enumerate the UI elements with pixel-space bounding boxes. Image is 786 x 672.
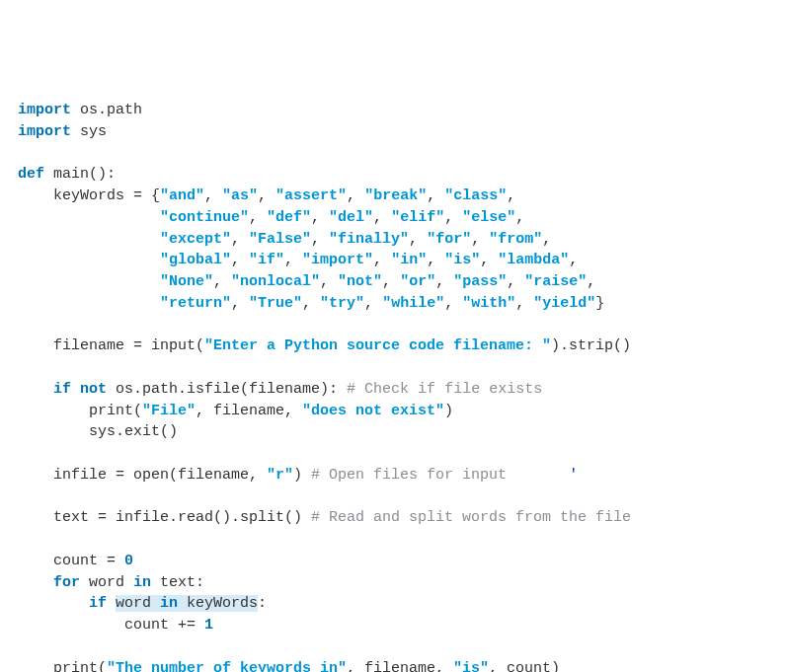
string: "from" <box>489 231 542 248</box>
string: "True" <box>249 295 302 312</box>
string: "import" <box>302 252 373 268</box>
code-line: if word in keyWords: <box>18 595 267 612</box>
code-line: import sys <box>18 123 107 140</box>
comment: # Read and split words from the file <box>311 509 631 526</box>
string: "else" <box>462 209 515 226</box>
string: "class" <box>444 187 507 204</box>
string: "Enter a Python source code filename: " <box>204 337 551 354</box>
string: "if" <box>249 252 284 268</box>
cursor-mark: ' <box>569 467 578 484</box>
string: "continue" <box>160 209 249 226</box>
string: "None" <box>160 273 213 290</box>
keyword: if <box>53 381 71 398</box>
code-line: def main(): <box>18 166 116 183</box>
keyword: for <box>53 574 80 591</box>
code-line: "except", "False", "finally", "for", "fr… <box>18 231 551 248</box>
string: "def" <box>267 209 311 226</box>
keyword: in <box>133 574 151 591</box>
keyword: not <box>80 381 107 398</box>
string: "raise" <box>524 273 587 290</box>
code-line: "return", "True", "try", "while", "with"… <box>18 295 604 312</box>
string: "The number of keywords in" <box>107 660 347 673</box>
string: "File" <box>142 403 196 419</box>
code-text: keyWords = { <box>18 187 160 204</box>
code-block: import os.path import sys def main(): ke… <box>18 100 768 672</box>
code-text: main(): <box>44 166 116 183</box>
code-line: "None", "nonlocal", "not", "or", "pass",… <box>18 273 595 290</box>
code-line: "continue", "def", "del", "elif", "else"… <box>18 209 524 226</box>
code-line: keyWords = {"and", "as", "assert", "brea… <box>18 187 515 204</box>
comment: # Check if file exists <box>347 381 542 398</box>
string: "and" <box>160 187 204 204</box>
keyword: if <box>89 595 107 612</box>
number: 1 <box>204 617 213 634</box>
code-line: text = infile.read().split() # Read and … <box>18 509 631 526</box>
string: "not" <box>338 273 382 290</box>
string: "lambda" <box>498 252 569 268</box>
code-text: os.path <box>71 102 142 118</box>
string: "nonlocal" <box>231 273 320 290</box>
string: "with" <box>462 295 515 312</box>
string: "break" <box>364 187 427 204</box>
comment: # Open files for input <box>311 467 507 484</box>
code-line: sys.exit() <box>18 423 178 440</box>
code-line: for word in text: <box>18 574 204 591</box>
string: "del" <box>329 209 373 226</box>
string: "try" <box>320 295 364 312</box>
code-text: sys <box>71 123 107 140</box>
code-line: print("The number of keywords in", filen… <box>18 660 560 673</box>
code-line: print("File", filename, "does not exist"… <box>18 403 453 419</box>
string: "assert" <box>275 187 347 204</box>
string: "while" <box>382 295 444 312</box>
code-line: import os.path <box>18 102 142 118</box>
keyword: import <box>18 102 71 118</box>
keyword: def <box>18 166 44 183</box>
selection: keyWords <box>178 595 258 612</box>
code-line: if not os.path.isfile(filename): # Check… <box>18 381 542 398</box>
string: "global" <box>160 252 231 268</box>
string: "pass" <box>453 273 507 290</box>
string: "as" <box>222 187 258 204</box>
code-line: "global", "if", "import", "in", "is", "l… <box>18 252 578 268</box>
string: "does not exist" <box>302 403 444 419</box>
code-line: count += 1 <box>18 617 213 634</box>
string: "for" <box>427 231 471 248</box>
selection: word <box>116 595 160 612</box>
string: "return" <box>160 295 231 312</box>
number: 0 <box>124 553 133 569</box>
keyword: import <box>18 123 71 140</box>
string: "yield" <box>533 295 595 312</box>
keyword: in <box>160 595 178 612</box>
string: "elif" <box>391 209 444 226</box>
string: "False" <box>249 231 311 248</box>
code-line: count = 0 <box>18 553 133 569</box>
string: "r" <box>267 467 293 484</box>
string: "or" <box>400 273 435 290</box>
string: "in" <box>391 252 427 268</box>
string: "finally" <box>329 231 409 248</box>
code-line: filename = input("Enter a Python source … <box>18 337 631 354</box>
string: "is" <box>453 660 489 673</box>
string: "is" <box>444 252 480 268</box>
code-line: infile = open(filename, "r") # Open file… <box>18 467 578 484</box>
string: "except" <box>160 231 231 248</box>
